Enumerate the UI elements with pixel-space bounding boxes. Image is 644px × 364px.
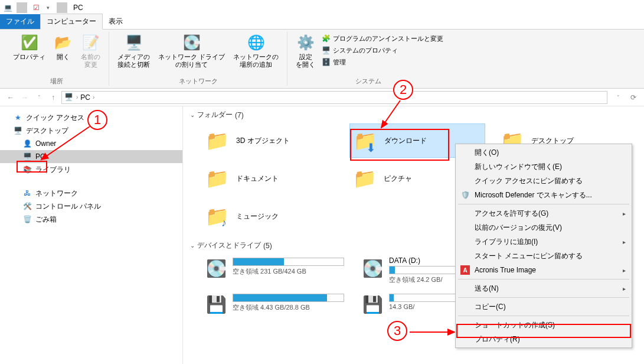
chevron-right-icon: ▸ [623,267,626,274]
ctx-open[interactable]: 開く(O) [457,145,630,160]
tab-computer[interactable]: コンピューター [40,14,103,30]
library-icon: 📚 [22,165,32,174]
shield-icon: 🛡️ [460,190,470,200]
ribbon-group-network: 🖥️ メディアの 接続と切断 💽 ネットワーク ドライブ の割り当て 🌐 ネット… [109,32,287,86]
globe-folder-icon: 🌐 [247,33,266,52]
drive-usage-bar [233,294,344,302]
tree-owner[interactable]: 👤 Owner [0,137,182,150]
address-box[interactable]: 🖥️ › PC › [61,91,607,104]
media-icon: 🖥️ [125,33,143,52]
ctx-pin-quick-access[interactable]: クイック アクセスにピン留めする [457,174,630,188]
group-label: 場所 [9,76,104,86]
manage-button[interactable]: 🗄️ 管理 [320,57,444,67]
address-controls: ˅ ⟳ [612,92,639,103]
ctx-open-new-window[interactable]: 新しいウィンドウで開く(E) [457,160,630,174]
tree-network[interactable]: 🖧 ネットワーク [0,187,182,200]
ribbon-group-location: ✅ プロパティ 📂 開く 📝 名前の 変更 場所 [5,32,109,86]
tree-control-panel[interactable]: 🛠️ コントロール パネル [0,200,182,213]
control-panel-icon: 🛠️ [22,202,32,211]
address-bar: ← → ˅ ↑ 🖥️ › PC › ˅ ⟳ [0,89,644,106]
tree-recycle-bin[interactable]: 🗑️ ごみ箱 [0,213,182,226]
drive-icon: 💽 [204,256,228,280]
acronis-icon: A [460,265,470,275]
ribbon-tabs: ファイル コンピューター 表示 [0,15,644,30]
user-icon: 👤 [22,139,32,148]
separator [458,204,629,204]
tree-pc[interactable]: 🖥️ PC [0,150,182,163]
downloads-icon: 📁 ⬇ [352,128,378,154]
map-drive-button[interactable]: 💽 ネットワーク ドライブ の割り当て [155,32,228,70]
ctx-acronis[interactable]: AAcronis True Image▸ [457,263,630,277]
system-properties-button[interactable]: 🖥️ システムのプロパティ [320,45,444,56]
ctx-defender-scan[interactable]: 🛡️Microsoft Defender でスキャンする... [457,188,630,202]
recycle-bin-icon: 🗑️ [22,214,32,224]
tab-view[interactable]: 表示 [103,14,129,29]
group-label: ネットワーク [114,76,282,86]
drive-usb-1[interactable]: 💾 空き領域 4.43 GB/28.8 GB [202,290,346,318]
ctx-send-to[interactable]: 送る(N)▸ [457,281,630,295]
properties-button[interactable]: ✅ プロパティ [9,32,49,62]
tree-libraries[interactable]: 📚 ライブラリ [0,163,182,176]
ctx-copy[interactable]: コピー(C) [457,300,630,314]
usb-drive-icon: 💾 [204,292,228,316]
pc-icon: 🖥️ [64,93,74,102]
pc-icon: 🖥️ [22,152,32,161]
folders-header[interactable]: ⌄ フォルダー (7) [190,110,637,120]
group-label: システム [292,76,444,86]
quick-access-toolbar: 💻 ☑ ▾ [2,2,70,13]
drive-icon: 💽 [361,256,384,280]
pictures-icon: 📁 [352,165,378,191]
folder-music[interactable]: 📁♪ ミュージック [202,199,485,233]
ctx-properties[interactable]: プロパティ(R) [457,332,630,346]
chevron-right-icon: ▸ [623,210,626,217]
ctx-grant-access[interactable]: アクセスを許可する(G)▸ [457,206,630,220]
settings-button[interactable]: ⚙️ 設定 を開く [292,32,319,70]
annotation-step-3: 3 [387,321,407,341]
chevron-right-icon: › [93,94,94,100]
dropdown-icon[interactable]: ▾ [43,2,53,13]
drive-c[interactable]: 💽 空き領域 231 GB/424 GB [202,254,346,287]
folder-3d-objects[interactable]: 📁 3D オブジェクト [202,124,338,158]
rename-icon: 📝 [81,33,100,52]
folder-documents[interactable]: 📁 ドキュメント [202,161,338,196]
ctx-add-library[interactable]: ライブラリに追加(I)▸ [457,235,630,249]
rename-button: 📝 名前の 変更 [77,32,104,70]
chevron-down-icon: ⌄ [190,112,195,118]
ctx-restore-versions[interactable]: 以前のバージョンの復元(V) [457,220,630,235]
dropdown-icon[interactable]: ˅ [612,92,624,103]
separator [458,316,629,316]
gear-icon: ⚙️ [296,33,315,52]
ctx-create-shortcut[interactable]: ショートカットの作成(S) [457,318,630,332]
music-icon: 📁♪ [204,203,230,229]
up-button[interactable]: ↑ [47,92,59,103]
media-button[interactable]: 🖥️ メディアの 接続と切断 [114,32,153,70]
sysprops-icon: 🖥️ [321,46,331,55]
ribbon-group-system: ⚙️ 設定 を開く 🧩 プログラムのアンインストールと変更 🖥️ システムのプロ… [287,32,449,86]
annotation-step-2: 2 [393,80,413,100]
drive-icon: 💽 [182,33,201,52]
drive-usage-bar [233,258,344,266]
star-icon: ★ [13,113,22,122]
documents-icon: 📁 [204,165,230,191]
separator [458,279,629,280]
separator [458,297,629,298]
ctx-pin-start[interactable]: スタート メニューにピン留めする [457,249,630,263]
chevron-right-icon: ▸ [623,285,626,292]
history-dropdown[interactable]: ˅ [33,92,45,103]
add-location-button[interactable]: 🌐 ネットワークの 場所の追加 [230,32,282,70]
chevron-right-icon: ▸ [623,239,626,245]
checkbox-icon[interactable]: ☑ [31,2,41,13]
forward-button[interactable]: → [19,92,31,103]
open-button[interactable]: 📂 開く [50,32,76,62]
ribbon: ✅ プロパティ 📂 開く 📝 名前の 変更 場所 🖥️ メディアの 接続と切断 … [0,30,644,89]
pc-icon: 💻 [2,2,13,13]
chevron-down-icon: ⌄ [190,242,195,249]
manage-icon: 🗄️ [321,57,331,67]
tab-file[interactable]: ファイル [0,14,40,29]
uninstall-icon: 🧩 [321,34,331,43]
refresh-button[interactable]: ⟳ [627,92,639,103]
back-button[interactable]: ← [5,92,17,103]
uninstall-button[interactable]: 🧩 プログラムのアンインストールと変更 [320,33,444,44]
folder-open-icon: 📂 [54,33,73,52]
window-title: PC [73,4,83,12]
